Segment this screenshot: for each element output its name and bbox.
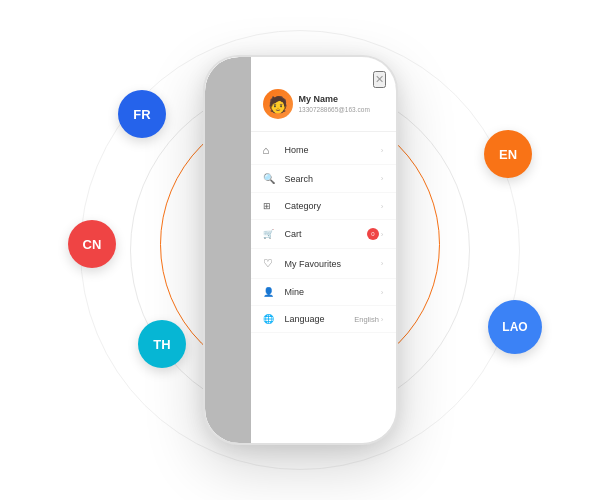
user-info: My Name 13307288665@163.com	[299, 94, 370, 114]
arrow-icon: ›	[381, 230, 384, 239]
language-icon: 🌐	[263, 314, 279, 324]
drawer-header: ✕ 🧑 My Name 13307288665@163.com	[251, 57, 396, 132]
menu-label-mine: Mine	[285, 287, 381, 297]
lang-badge-th[interactable]: TH	[138, 320, 186, 368]
arrow-icon: ›	[381, 146, 384, 155]
menu-item-home[interactable]: ⌂ Home ›	[251, 136, 396, 165]
cart-badge: 0	[367, 228, 379, 240]
close-button[interactable]: ✕	[373, 71, 386, 88]
phone-frame: ✕ 🧑 My Name 13307288665@163.com ⌂ Home ›	[203, 55, 398, 445]
arrow-icon: ›	[381, 202, 384, 211]
menu-item-cart[interactable]: 🛒 Cart 0 ›	[251, 220, 396, 249]
menu-label-search: Search	[285, 174, 381, 184]
cart-icon: 🛒	[263, 229, 279, 239]
lang-badge-en[interactable]: EN	[484, 130, 532, 178]
phone-screen: ✕ 🧑 My Name 13307288665@163.com ⌂ Home ›	[205, 57, 396, 443]
menu-label-language: Language	[285, 314, 355, 324]
user-email: 13307288665@163.com	[299, 106, 370, 114]
arrow-icon: ›	[381, 174, 384, 183]
language-value: English	[354, 315, 379, 324]
drawer-panel: ✕ 🧑 My Name 13307288665@163.com ⌂ Home ›	[251, 57, 396, 443]
user-name: My Name	[299, 94, 370, 106]
lang-badge-cn[interactable]: CN	[68, 220, 116, 268]
menu-list: ⌂ Home › 🔍 Search › ⊞ Category ›	[251, 132, 396, 443]
arrow-icon: ›	[381, 259, 384, 268]
favourites-icon: ♡	[263, 257, 279, 270]
menu-label-favourites: My Favourites	[285, 259, 381, 269]
menu-item-mine[interactable]: 👤 Mine ›	[251, 279, 396, 306]
menu-label-home: Home	[285, 145, 381, 155]
menu-label-category: Category	[285, 201, 381, 211]
menu-item-search[interactable]: 🔍 Search ›	[251, 165, 396, 193]
lang-badge-fr[interactable]: FR	[118, 90, 166, 138]
category-icon: ⊞	[263, 201, 279, 211]
search-icon: 🔍	[263, 173, 279, 184]
menu-item-favourites[interactable]: ♡ My Favourites ›	[251, 249, 396, 279]
menu-item-category[interactable]: ⊞ Category ›	[251, 193, 396, 220]
scene: FR EN CN TH LAO ✕ 🧑	[0, 0, 600, 500]
lang-badge-lao[interactable]: LAO	[488, 300, 542, 354]
avatar: 🧑	[263, 89, 293, 119]
arrow-icon: ›	[381, 315, 384, 324]
menu-item-language[interactable]: 🌐 Language English ›	[251, 306, 396, 333]
home-icon: ⌂	[263, 144, 279, 156]
arrow-icon: ›	[381, 288, 384, 297]
menu-label-cart: Cart	[285, 229, 367, 239]
mine-icon: 👤	[263, 287, 279, 297]
